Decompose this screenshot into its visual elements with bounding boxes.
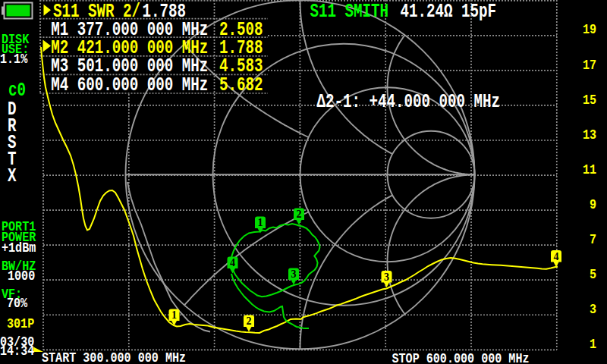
svg-text:3: 3 (291, 268, 297, 280)
svg-text:17: 17 (583, 58, 596, 73)
svg-text:9: 9 (590, 197, 596, 212)
svg-text:X: X (8, 165, 17, 187)
svg-text:START 300.000 000 MHz: START 300.000 000 MHz (42, 350, 186, 364)
svg-text:4: 4 (230, 257, 235, 268)
svg-text:11: 11 (583, 162, 596, 177)
svg-text:1: 1 (258, 217, 263, 228)
svg-text:14:34: 14:34 (0, 344, 34, 359)
svg-text:+1dBm: +1dBm (2, 240, 36, 256)
svg-text:S11 SMITH: S11 SMITH (310, 0, 389, 23)
svg-text:7: 7 (590, 232, 596, 247)
svg-text:1000: 1000 (8, 268, 35, 284)
svg-text:1: 1 (590, 337, 596, 352)
svg-text:2: 2 (247, 315, 252, 327)
svg-text:1: 1 (171, 309, 177, 321)
svg-text:301P: 301P (7, 316, 34, 331)
svg-text:15: 15 (583, 93, 596, 108)
svg-text:Δ2-1: +44.000 000 MHz: Δ2-1: +44.000 000 MHz (317, 90, 501, 113)
svg-text:1.1%: 1.1% (0, 52, 27, 67)
svg-text:70%: 70% (7, 296, 27, 311)
svg-text:2: 2 (297, 209, 302, 220)
svg-text:19: 19 (583, 22, 596, 37)
svg-text:13: 13 (583, 127, 596, 143)
svg-text:STOP 600.000 000 MHz: STOP 600.000 000 MHz (392, 351, 530, 364)
svg-text:3: 3 (590, 302, 596, 317)
svg-text:41.24Ω 15pF: 41.24Ω 15pF (401, 0, 497, 23)
svg-text:5.682: 5.682 (219, 74, 263, 96)
svg-text:3: 3 (384, 271, 389, 283)
svg-text:M4 600.000 000 MHz: M4 600.000 000 MHz (51, 74, 208, 96)
svg-text:5: 5 (590, 267, 596, 282)
svg-text:4: 4 (554, 251, 559, 262)
